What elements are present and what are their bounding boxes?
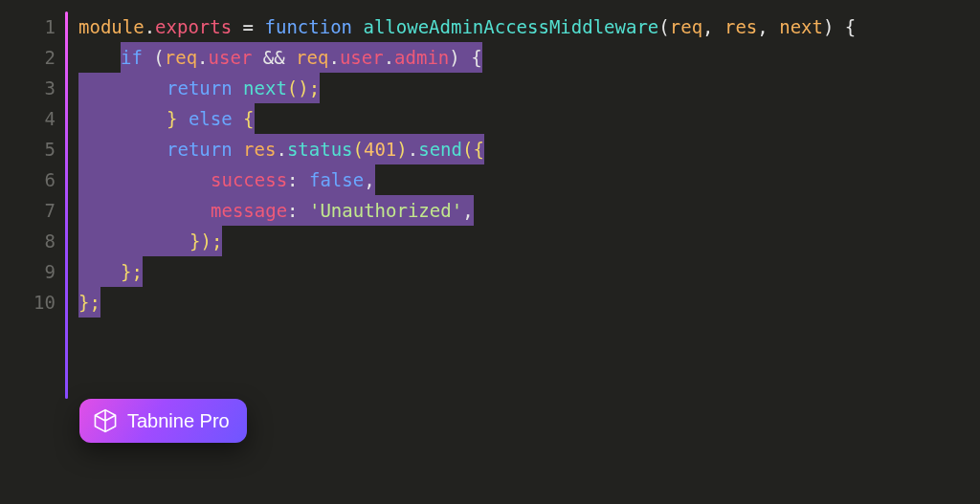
token: }; — [78, 292, 100, 313]
token: . — [328, 47, 339, 68]
token: if — [121, 47, 143, 68]
code-lines[interactable]: module.exports = function alloweAdminAcc… — [78, 11, 980, 318]
token: user — [340, 47, 384, 68]
suggestion-bar — [65, 11, 68, 399]
token: next — [233, 77, 287, 99]
code-line[interactable]: if (req.user && req.user.admin) { — [78, 42, 980, 73]
token: : — [287, 200, 309, 221]
token: = — [232, 16, 264, 37]
code-editor[interactable]: 1 2 3 4 5 6 7 8 9 10 module.exports = fu… — [0, 0, 980, 318]
token: send — [418, 139, 462, 160]
token: 401 — [364, 139, 396, 160]
line-number: 3 — [45, 73, 56, 103]
token: req — [296, 47, 328, 68]
code-line[interactable]: }; — [78, 287, 980, 318]
token: next — [779, 16, 823, 37]
code-line[interactable]: module.exports = function alloweAdminAcc… — [78, 11, 980, 42]
token: false — [309, 169, 364, 190]
token: module — [78, 16, 145, 37]
token: . — [145, 16, 155, 37]
line-number: 7 — [45, 195, 56, 226]
token: }); — [189, 230, 222, 252]
token: && — [252, 47, 296, 68]
token: alloweAdminAccessMiddleware — [352, 16, 658, 37]
line-number: 10 — [33, 287, 56, 318]
token: . — [384, 47, 394, 68]
token: , — [364, 169, 374, 190]
token: ) { — [823, 16, 856, 37]
token: res — [243, 139, 276, 160]
token: . — [276, 139, 286, 160]
token: res — [724, 16, 757, 37]
code-line[interactable]: }); — [78, 226, 980, 256]
token: . — [197, 47, 208, 68]
tabnine-icon — [93, 408, 118, 433]
token: req — [670, 16, 702, 37]
token: , — [757, 16, 779, 37]
tabnine-pro-badge[interactable]: Tabnine Pro — [79, 399, 247, 443]
token: return — [167, 139, 233, 160]
line-number: 6 — [45, 164, 56, 195]
line-number: 1 — [45, 11, 56, 42]
code-line[interactable]: }; — [78, 256, 980, 287]
token: function — [265, 16, 353, 37]
token: success — [211, 169, 287, 190]
line-number-gutter: 1 2 3 4 5 6 7 8 9 10 — [8, 11, 65, 318]
token: return — [167, 77, 233, 99]
token: admin — [394, 47, 449, 68]
tabnine-pro-label: Tabnine Pro — [127, 410, 230, 432]
token: status — [287, 139, 353, 160]
token: , — [702, 16, 724, 37]
token: , — [462, 200, 473, 221]
code-line[interactable]: success: false, — [78, 164, 980, 195]
token: ({ — [462, 139, 484, 160]
line-number: 9 — [45, 256, 56, 287]
line-number: 2 — [45, 42, 56, 73]
line-number: 5 — [45, 134, 56, 164]
line-number: 8 — [45, 226, 56, 256]
code-area[interactable]: module.exports = function alloweAdminAcc… — [65, 11, 980, 318]
token: req — [165, 47, 197, 68]
line-number: 4 — [45, 103, 56, 134]
token: message — [211, 200, 287, 221]
token: (); — [287, 77, 320, 99]
token: exports — [155, 16, 232, 37]
token: 'Unauthorized' — [309, 200, 462, 221]
token: user — [209, 47, 253, 68]
code-line[interactable]: } else { — [78, 103, 980, 134]
token: ) { — [449, 47, 481, 68]
token: . — [408, 139, 418, 160]
code-line[interactable]: message: 'Unauthorized', — [78, 195, 980, 226]
token: : — [287, 169, 309, 190]
token: ( — [658, 16, 669, 37]
code-line[interactable]: return res.status(401).send({ — [78, 134, 980, 164]
token: }; — [121, 261, 143, 282]
code-line[interactable]: return next(); — [78, 73, 980, 103]
